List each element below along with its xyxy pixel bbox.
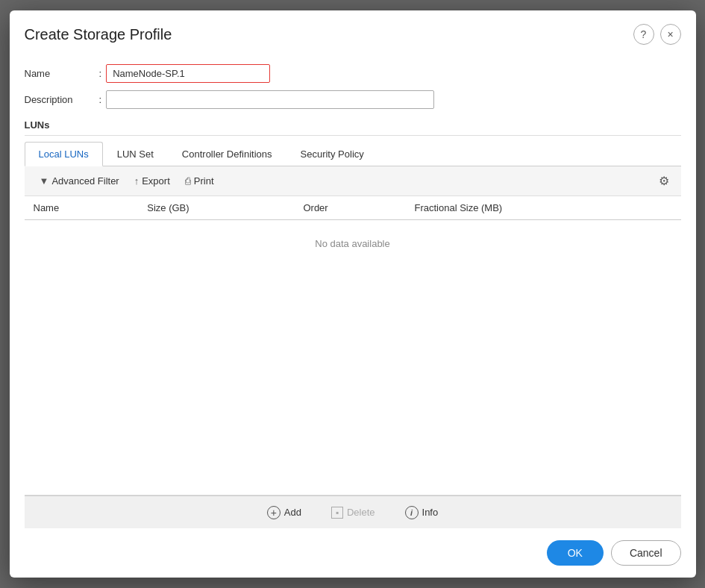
settings-button[interactable]: ⚙ (654, 171, 674, 191)
add-button[interactable]: + Add (261, 503, 307, 522)
name-input[interactable] (106, 64, 270, 83)
export-button[interactable]: ↑ Export (127, 172, 178, 190)
help-button[interactable]: ? (633, 24, 654, 45)
section-divider (25, 135, 681, 136)
col-name: Name (25, 196, 139, 220)
advanced-filter-button[interactable]: ▼ Advanced Filter (32, 172, 127, 190)
dialog-footer: OK Cancel (10, 528, 696, 578)
desc-colon: : (99, 94, 102, 105)
no-data-row: No data available (25, 220, 681, 268)
bottom-toolbar: + Add ▪ Delete i Info (25, 495, 681, 528)
name-input-wrapper (106, 64, 270, 83)
luns-label: LUNs (25, 119, 681, 131)
name-colon: : (99, 68, 102, 79)
close-button[interactable]: × (660, 24, 681, 45)
luns-table: Name Size (GB) Order Fractional Size (MB… (25, 196, 681, 267)
col-fractional-size: Fractional Size (MB) (405, 196, 680, 220)
description-input[interactable] (106, 90, 434, 109)
info-icon: i (405, 506, 419, 519)
tab-content: ▼ Advanced Filter ↑ Export ⎙ Print ⚙ (25, 166, 681, 528)
no-data-cell: No data available (25, 220, 681, 268)
export-icon: ↑ (134, 175, 140, 187)
delete-icon: ▪ (331, 507, 343, 519)
delete-button[interactable]: ▪ Delete (325, 504, 381, 522)
description-label: Description (25, 94, 99, 105)
print-label: Print (194, 175, 214, 187)
delete-label: Delete (347, 507, 375, 518)
col-size: Size (GB) (138, 196, 294, 220)
toolbar: ▼ Advanced Filter ↑ Export ⎙ Print ⚙ (25, 166, 681, 196)
export-label: Export (142, 175, 170, 187)
tab-lun-set[interactable]: LUN Set (103, 142, 168, 166)
advanced-filter-label: Advanced Filter (51, 175, 119, 187)
tabs-bar: Local LUNs LUN Set Controller Definition… (25, 142, 681, 166)
dialog-header: Create Storage Profile ? × (10, 10, 696, 52)
add-icon: + (267, 506, 281, 519)
filter-icon: ▼ (40, 175, 49, 187)
gear-icon: ⚙ (659, 175, 669, 187)
add-label: Add (284, 507, 301, 518)
tab-local-luns[interactable]: Local LUNs (25, 142, 103, 166)
create-storage-profile-dialog: Create Storage Profile ? × Name : Descri… (10, 10, 696, 578)
name-row: Name : (25, 64, 681, 83)
cancel-button[interactable]: Cancel (611, 540, 681, 566)
ok-button[interactable]: OK (547, 540, 604, 566)
description-row: Description : (25, 90, 681, 109)
table-body: No data available (25, 220, 681, 268)
info-label: Info (422, 507, 439, 518)
print-icon: ⎙ (185, 175, 191, 187)
print-button[interactable]: ⎙ Print (178, 172, 222, 190)
tab-security-policy[interactable]: Security Policy (286, 142, 378, 166)
name-label: Name (25, 68, 99, 79)
dialog-body: Name : Description : LUNs Local LUNs LUN… (10, 52, 696, 528)
table-header: Name Size (GB) Order Fractional Size (MB… (25, 196, 681, 220)
header-icons: ? × (633, 24, 681, 45)
dialog-title: Create Storage Profile (25, 26, 172, 43)
table-container: Name Size (GB) Order Fractional Size (MB… (25, 196, 681, 495)
col-order: Order (294, 196, 405, 220)
info-button[interactable]: i Info (399, 503, 445, 522)
tab-controller-definitions[interactable]: Controller Definitions (168, 142, 286, 166)
